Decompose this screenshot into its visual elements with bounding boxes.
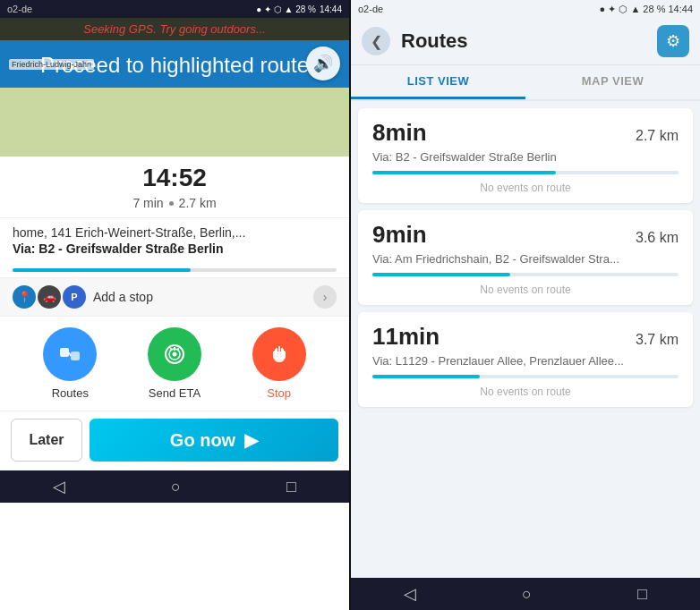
add-stop-arrow[interactable]: › — [313, 285, 337, 309]
route-progress-fill-1 — [372, 171, 556, 174]
dest-via: Via: B2 - Greifswalder Straße Berlin — [13, 241, 337, 256]
carrier-left: o2-de — [7, 4, 32, 14]
gps-banner: Seeking GPS. Try going outdoors... — [0, 18, 349, 40]
route-time-2: 9min — [372, 221, 427, 249]
routes-header: ❮ Routes ⚙ — [351, 18, 700, 65]
dot-separator — [169, 201, 174, 206]
stop-button[interactable]: Stop — [252, 327, 306, 400]
routes-list: 8min 2.7 km Via: B2 - Greifswalder Straß… — [351, 101, 700, 578]
go-now-button[interactable]: Go now ▶ — [90, 419, 338, 462]
send-eta-icon-circle — [148, 327, 201, 381]
svg-rect-20 — [273, 351, 275, 358]
tab-list-view[interactable]: LIST VIEW — [351, 65, 525, 99]
go-now-arrow: ▶ — [244, 429, 258, 451]
route-card-top-1: 8min 2.7 km — [372, 119, 679, 147]
go-now-label: Go now — [170, 430, 235, 451]
home-nav-icon-right[interactable]: ○ — [522, 585, 532, 604]
carrier-right: o2-de — [358, 4, 383, 14]
svg-rect-18 — [278, 346, 280, 353]
recent-nav-icon-right[interactable]: □ — [637, 585, 647, 604]
route-dist-2: 3.6 km — [636, 230, 679, 246]
eta-sub: 7 min 2.7 km — [0, 196, 349, 217]
action-buttons: Routes Send ETA — [0, 317, 349, 411]
route-events-2: No events on route — [372, 282, 679, 298]
map-road-label: Friedrich-Ludwig-Jahn — [9, 59, 94, 70]
svg-point-11 — [172, 352, 176, 357]
routes-icon-circle — [43, 327, 97, 381]
tab-map-view[interactable]: MAP VIEW — [525, 65, 700, 99]
later-button[interactable]: Later — [11, 419, 82, 462]
send-eta-button[interactable]: Send ETA — [148, 327, 201, 400]
routes-icon — [56, 341, 83, 368]
svg-point-15 — [174, 349, 175, 351]
sound-button[interactable]: 🔊 — [306, 47, 340, 80]
status-bar-right: o2-de ● ✦ ⬡ ▲ 28 % 14:44 — [351, 0, 700, 18]
route-dist-3: 3.7 km — [636, 332, 679, 348]
time-right: 14:44 — [668, 4, 693, 14]
right-icons: ● ✦ ⬡ ▲ 28 % — [600, 4, 666, 14]
dest-address: home, 141 Erich-Weinert-Straße, Berlin,.… — [13, 225, 337, 240]
back-nav-icon-right[interactable]: ◁ — [404, 584, 416, 604]
map-area: Seeking GPS. Try going outdoors... Proce… — [0, 18, 349, 157]
routes-title: Routes — [401, 30, 518, 53]
stop-hand-icon — [266, 341, 293, 368]
signal-icons: ● ✦ ⬡ ▲ 28 % — [256, 4, 316, 14]
route-progress-fill-2 — [372, 273, 510, 276]
route-card-2[interactable]: 9min 3.6 km Via: Am Friedrichshain, B2 -… — [358, 210, 693, 305]
svg-rect-21 — [283, 351, 285, 358]
routes-label: Routes — [52, 386, 89, 400]
back-button[interactable]: ❮ — [362, 27, 390, 55]
route-dist-1: 2.7 km — [636, 128, 679, 144]
eta-time: 14:52 — [0, 157, 349, 196]
status-bar-left: o2-de ● ✦ ⬡ ▲ 28 % 14:44 — [0, 0, 349, 18]
add-stop-text: Add a stop — [93, 290, 306, 304]
route-progress-fill-3 — [372, 375, 480, 378]
stop-icon-circle — [252, 327, 306, 381]
route-via-1: Via: B2 - Greifswalder Straße Berlin — [372, 150, 679, 164]
eta-distance: 2.7 km — [179, 196, 217, 210]
routes-button[interactable]: Routes — [43, 327, 97, 400]
progress-bar-container — [0, 259, 349, 277]
time-left: 14:44 — [320, 4, 342, 14]
tabs-row: LIST VIEW MAP VIEW — [351, 65, 700, 101]
route-progress-2 — [372, 273, 679, 276]
right-panel: o2-de ● ✦ ⬡ ▲ 28 % 14:44 ❮ Routes ⚙ LIST… — [351, 0, 700, 610]
stop-icons: 📍 🚗 P — [13, 285, 86, 309]
svg-rect-19 — [281, 348, 283, 355]
stop-label: Stop — [267, 386, 291, 400]
parking-icon: P — [63, 285, 86, 309]
left-panel: o2-de ● ✦ ⬡ ▲ 28 % 14:44 Seeking GPS. Tr… — [0, 0, 349, 610]
send-eta-icon — [161, 341, 188, 368]
route-progress-1 — [372, 171, 679, 174]
route-via-3: Via: L1129 - Prenzlauer Allee, Prenzlaue… — [372, 354, 679, 368]
route-card-top-3: 11min 3.7 km — [372, 323, 679, 351]
add-stop-row[interactable]: 📍 🚗 P Add a stop › — [0, 277, 349, 317]
home-nav-icon[interactable]: ○ — [171, 478, 181, 496]
status-icons-right: ● ✦ ⬡ ▲ 28 % 14:44 — [600, 4, 693, 15]
settings-button[interactable]: ⚙ — [657, 25, 689, 57]
route-time-3: 11min — [372, 323, 440, 351]
eta-minutes: 7 min — [132, 196, 163, 210]
nav-bar-right: ◁ ○ □ — [351, 578, 700, 610]
back-nav-icon[interactable]: ◁ — [53, 477, 65, 496]
route-card-top-2: 9min 3.6 km — [372, 221, 679, 249]
location-icon: 📍 — [13, 285, 36, 309]
route-card-1[interactable]: 8min 2.7 km Via: B2 - Greifswalder Straß… — [358, 108, 693, 203]
send-eta-label: Send ETA — [149, 386, 201, 400]
progress-fill — [13, 268, 191, 272]
route-card-3[interactable]: 11min 3.7 km Via: L1129 - Prenzlauer All… — [358, 312, 693, 407]
svg-rect-7 — [60, 348, 69, 357]
route-progress-3 — [372, 375, 679, 378]
progress-bar — [13, 268, 337, 272]
bottom-buttons: Later Go now ▶ — [0, 411, 349, 470]
recent-nav-icon[interactable]: □ — [286, 478, 296, 496]
route-via-2: Via: Am Friedrichshain, B2 - Greifswalde… — [372, 252, 679, 266]
status-icons-left: ● ✦ ⬡ ▲ 28 % 14:44 — [256, 4, 342, 14]
svg-rect-17 — [276, 348, 277, 355]
car-icon: 🚗 — [38, 285, 61, 309]
route-events-1: No events on route — [372, 180, 679, 196]
destination-info: home, 141 Erich-Weinert-Straße, Berlin,.… — [0, 217, 349, 259]
nav-bar-left: ◁ ○ □ — [0, 470, 349, 503]
route-time-1: 8min — [372, 119, 427, 147]
route-events-3: No events on route — [372, 384, 679, 400]
